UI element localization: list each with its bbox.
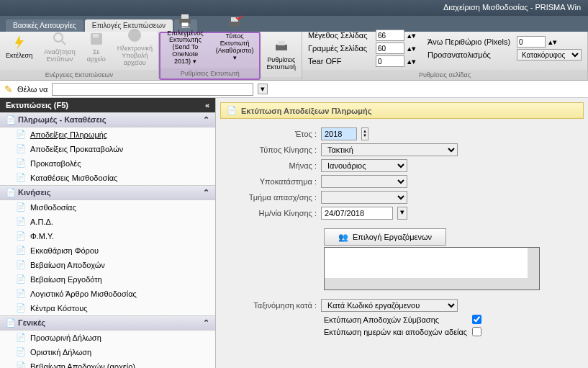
- svg-rect-11: [276, 45, 287, 50]
- tree-item[interactable]: 📄Εκκαθάριση Φόρου: [0, 243, 215, 258]
- group-movements[interactable]: 📄 Κινήσεις⌃: [0, 185, 215, 200]
- search-bar: ✎ Θέλω να ▾: [0, 81, 588, 98]
- svg-point-1: [54, 33, 63, 42]
- spinner-icon[interactable]: ▲▼: [361, 127, 368, 140]
- ribbon-group-printer-label: Ρυθμίσεις Εκτυπωτή: [160, 68, 260, 78]
- sort-select[interactable]: Κατά Κωδικό εργαζόμενου: [321, 299, 458, 312]
- tree-item[interactable]: 📄Λογιστικό Άρθρο Μισθοδοσίας: [0, 287, 215, 301]
- page-size-label: Μέγεθος Σελίδας: [308, 31, 373, 40]
- report-icon: 📄: [16, 144, 26, 154]
- tree-item[interactable]: 📄Οριστική Δήλωση: [0, 345, 215, 359]
- report-icon: 📄: [16, 158, 26, 169]
- type-select[interactable]: Τακτική: [321, 143, 458, 156]
- printer-settings-button[interactable]: Ρυθμίσεις Εκτυπωτή: [261, 35, 302, 74]
- spinner-icon[interactable]: ▴▾: [407, 44, 416, 53]
- svg-rect-4: [93, 34, 99, 37]
- scrollbar-vertical[interactable]: [528, 248, 539, 278]
- people-icon: 👥: [338, 233, 348, 242]
- search-forms-button: Αναζήτηση Εντύπων: [38, 27, 81, 66]
- report-icon: 📄: [16, 130, 26, 140]
- tree-item[interactable]: 📄Κέντρα Κόστους: [0, 301, 215, 315]
- group-general[interactable]: 📄 Γενικές⌃: [0, 315, 215, 331]
- select-employees-button[interactable]: 👥 Επιλογή Εργαζόμενων: [324, 228, 446, 246]
- svg-marker-0: [15, 35, 24, 50]
- chk2-label: Εκτύπωση ημερών και αποδοχών αδείας: [324, 328, 468, 336]
- sort-label: Ταξινόμηση κατά :: [230, 301, 317, 310]
- report-icon: 📄: [16, 173, 26, 183]
- date-dropdown-icon[interactable]: ▾: [397, 207, 407, 220]
- tree-item[interactable]: 📄Βεβαίωση Αποδοχών: [0, 258, 215, 272]
- svg-rect-9: [229, 21, 240, 27]
- pencil-icon: ✎: [4, 84, 13, 95]
- search-label: Θέλω να: [17, 85, 48, 94]
- tree-item[interactable]: 📄Μισθοδοσίας: [0, 200, 215, 215]
- to-file-button: Σε αρχείο: [81, 27, 112, 66]
- branch-select[interactable]: [321, 175, 407, 188]
- svg-line-2: [62, 41, 65, 45]
- tree-item[interactable]: 📄Βεβαίωση Αποδοχών (αρχείο): [0, 359, 215, 368]
- report-icon: 📄: [16, 260, 26, 270]
- tree-item[interactable]: 📄Φ.Μ.Υ.: [0, 229, 215, 243]
- chk1-label: Εκτύπωση Αποδοχών Σύμβασης: [324, 315, 468, 324]
- tree-item[interactable]: 📄Α.Π.Δ.: [0, 215, 215, 229]
- ribbon-group-actions-label: Ενέργειες Εκτυπώσεων: [0, 70, 158, 80]
- printer-type-button[interactable]: Τύπος Εκτυπωτή (Ακαθόριστο) ▾: [210, 12, 260, 65]
- report-icon: 📄: [16, 202, 26, 212]
- report-icon: 📄: [16, 347, 26, 357]
- group-payments[interactable]: 📄 Πληρωμές - Καταθέσεις⌃: [0, 112, 215, 127]
- svg-rect-12: [278, 41, 285, 45]
- branch-label: Υποκατάστημα :: [230, 177, 317, 186]
- print-contract-checkbox[interactable]: [472, 315, 481, 324]
- date-input[interactable]: [321, 207, 393, 220]
- spinner-icon[interactable]: ▴▾: [548, 37, 557, 47]
- report-icon: 📄: [16, 274, 26, 284]
- scrollbar-horizontal[interactable]: [325, 278, 539, 290]
- orientation-select[interactable]: Κατακόρυφος: [517, 49, 582, 60]
- ribbon: Εκτέλεση Αναζήτηση Εντύπων Σε αρχείο Ηλε…: [0, 32, 588, 81]
- chevron-up-icon: ⌃: [203, 115, 209, 125]
- month-select[interactable]: Ιανουάριος: [321, 159, 407, 172]
- selected-printer-button[interactable]: Επιλεγμένος Εκτυπωτής (Send To OneNote 2…: [160, 9, 210, 68]
- search-dropdown-icon[interactable]: ▾: [258, 84, 268, 94]
- spinner-icon[interactable]: ▴▾: [407, 31, 416, 40]
- collapse-icon[interactable]: «: [205, 101, 209, 109]
- tree-item[interactable]: 📄Βεβαίωση Εργοδότη: [0, 272, 215, 287]
- tree-item[interactable]: 📄Αποδείξεις Προκαταβολών: [0, 142, 215, 156]
- page-lines-input[interactable]: [376, 42, 404, 54]
- report-icon: 📄: [16, 217, 26, 227]
- tree-item[interactable]: 📄Καταθέσεις Μισθοδοσίας: [0, 171, 215, 185]
- lightning-icon: [11, 34, 28, 51]
- tree-item[interactable]: 📄Προκαταβολές: [0, 156, 215, 171]
- floppy-icon: [88, 30, 105, 48]
- print-leave-checkbox[interactable]: [472, 327, 481, 336]
- report-icon: 📄: [16, 333, 26, 343]
- page-size-input[interactable]: [376, 30, 404, 41]
- tree-item[interactable]: 📄Αποδείξεις Πληρωμής: [0, 127, 215, 142]
- report-icon: 📄: [16, 289, 26, 299]
- top-margin-input[interactable]: [517, 36, 546, 48]
- chevron-up-icon: ⌃: [203, 318, 209, 328]
- tree-item[interactable]: 📄Προσωρινή Δήλωση: [0, 331, 215, 345]
- globe-icon: [126, 27, 143, 44]
- sidebar-header: Εκτυπώσεις (F5) «: [0, 98, 215, 112]
- tearoff-input[interactable]: [376, 55, 404, 67]
- report-icon: 📄: [227, 106, 237, 115]
- run-button[interactable]: Εκτέλεση: [0, 31, 38, 63]
- printer-icon: [176, 12, 194, 29]
- year-input[interactable]: [321, 127, 357, 140]
- dept-label: Τμήμα απασχ/σης :: [230, 193, 317, 202]
- report-icon: 📄: [16, 231, 26, 241]
- dept-select[interactable]: [321, 191, 407, 204]
- svg-rect-8: [181, 22, 189, 27]
- month-label: Μήνας :: [230, 161, 317, 170]
- sidebar: Εκτυπώσεις (F5) « 📄 Πληρωμές - Καταθέσει…: [0, 98, 216, 368]
- type-label: Τύπος Κίνησης :: [230, 145, 317, 154]
- orientation-label: Προσανατολισμός: [428, 50, 514, 59]
- report-icon: 📄: [16, 303, 26, 313]
- svg-point-5: [128, 29, 141, 42]
- top-margin-label: Άνω Περιθώριο (Pixels): [428, 37, 514, 46]
- ribbon-group-page-label: Ρυθμίσεις σελίδας: [302, 70, 587, 80]
- spinner-icon[interactable]: ▴▾: [407, 57, 416, 66]
- search-input[interactable]: [52, 83, 253, 96]
- employees-listbox[interactable]: [324, 247, 540, 290]
